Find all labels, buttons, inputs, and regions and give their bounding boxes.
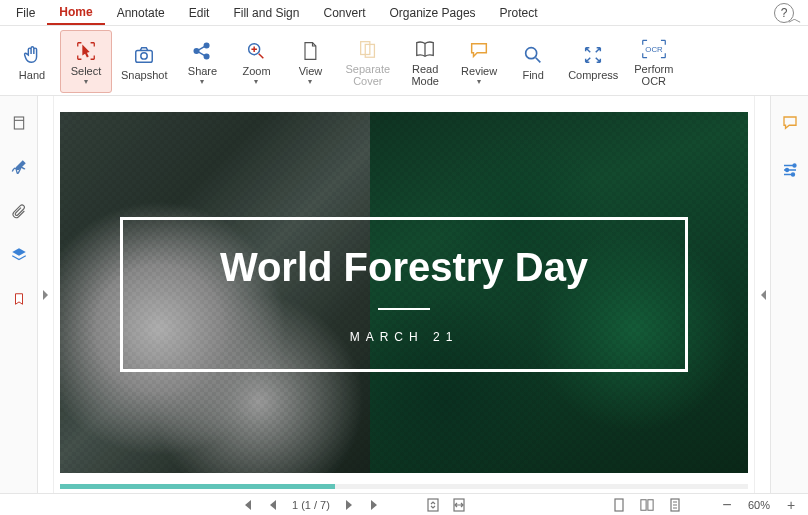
document-viewer[interactable]: World Forestry Day MARCH 21 [54,96,754,493]
svg-point-11 [793,164,796,167]
svg-rect-18 [648,499,653,510]
svg-rect-16 [615,499,623,511]
svg-point-13 [791,173,794,176]
perform-ocr-label: Perform OCR [634,63,673,87]
view-label: View [299,65,323,77]
signature-panel-icon[interactable] [10,158,28,176]
chevron-down-icon: ▾ [308,79,312,85]
pages-stack-icon [357,37,379,61]
separate-cover-label: Separate Cover [345,63,390,87]
document-title: World Forestry Day [220,245,588,290]
compress-tool[interactable]: Compress [561,30,625,93]
continuous-view-button[interactable] [668,498,682,512]
compress-label: Compress [568,69,618,81]
hand-icon [21,43,43,67]
svg-point-1 [141,52,147,58]
search-icon [522,43,544,67]
status-bar: 1 (1 / 7) − 60% + [0,493,808,515]
select-tool[interactable]: Select ▾ [60,30,112,93]
svg-text:OCR: OCR [645,45,663,54]
fit-page-button[interactable] [426,498,440,512]
menu-protect[interactable]: Protect [488,2,550,24]
review-tool[interactable]: Review ▾ [453,30,505,93]
zoom-tool[interactable]: Zoom ▾ [230,30,282,93]
layers-panel-icon[interactable] [10,246,28,264]
menu-fill-and-sign[interactable]: Fill and Sign [221,2,311,24]
chevron-down-icon: ▾ [254,79,258,85]
prev-page-button[interactable] [266,498,280,512]
svg-rect-14 [428,499,438,511]
document-subtitle: MARCH 21 [350,330,459,344]
left-panel-rail [0,96,38,493]
view-tool[interactable]: View ▾ [284,30,336,93]
two-page-view-button[interactable] [640,498,654,512]
next-page-button[interactable] [342,498,356,512]
zoom-out-button[interactable]: − [720,498,734,512]
page-indicator[interactable]: 1 (1 / 7) [292,499,330,511]
read-mode-label: Read Mode [411,63,439,87]
book-icon [414,37,436,61]
fit-width-button[interactable] [452,498,466,512]
zoom-label: Zoom [242,65,270,77]
snapshot-tool[interactable]: Snapshot [114,30,174,93]
collapse-ribbon-button[interactable]: ︿ [788,10,802,28]
right-panel-rail [770,96,808,493]
ocr-icon: OCR [641,37,667,61]
select-label: Select [71,65,102,77]
hand-tool[interactable]: Hand [6,30,58,93]
svg-point-12 [785,169,788,172]
camera-icon [133,43,155,67]
menu-bar: File Home Annotate Edit Fill and Sign Co… [0,0,808,26]
find-label: Find [522,69,543,81]
title-frame: World Forestry Day MARCH 21 [120,217,688,372]
first-page-button[interactable] [240,498,254,512]
menu-edit[interactable]: Edit [177,2,222,24]
title-divider [378,308,430,310]
menu-home[interactable]: Home [47,1,104,25]
find-tool[interactable]: Find [507,30,559,93]
last-page-button[interactable] [368,498,382,512]
menu-annotate[interactable]: Annotate [105,2,177,24]
separate-cover-tool[interactable]: Separate Cover [338,30,397,93]
pages-panel-icon[interactable] [10,114,28,132]
page-canvas: World Forestry Day MARCH 21 [60,112,748,473]
svg-rect-10 [14,117,23,129]
share-label: Share [188,65,217,77]
select-icon [75,39,97,63]
review-label: Review [461,65,497,77]
share-icon [191,39,213,63]
properties-panel-icon[interactable] [781,161,799,182]
single-page-view-button[interactable] [612,498,626,512]
svg-rect-17 [641,499,646,510]
chevron-down-icon: ▾ [477,79,481,85]
compress-icon [582,43,604,67]
page-icon [300,39,320,63]
zoom-level[interactable]: 60% [748,499,770,511]
read-mode-tool[interactable]: Read Mode [399,30,451,93]
snapshot-label: Snapshot [121,69,167,81]
expand-right-panel[interactable] [754,96,770,493]
expand-left-panel[interactable] [38,96,54,493]
scrollbar-thumb[interactable] [60,484,335,489]
chevron-down-icon: ▾ [200,79,204,85]
chevron-down-icon: ▾ [84,79,88,85]
ribbon-toolbar: Hand Select ▾ Snapshot Share ▾ Zoom ▾ Vi… [0,26,808,96]
menu-convert[interactable]: Convert [311,2,377,24]
bookmarks-panel-icon[interactable] [10,290,28,308]
menu-file[interactable]: File [4,2,47,24]
share-tool[interactable]: Share ▾ [176,30,228,93]
zoom-icon [245,39,267,63]
attachments-panel-icon[interactable] [10,202,28,220]
review-icon [468,39,490,63]
horizontal-scrollbar[interactable] [60,484,748,489]
perform-ocr-tool[interactable]: OCR Perform OCR [627,30,680,93]
svg-point-8 [526,47,537,58]
menu-organize-pages[interactable]: Organize Pages [378,2,488,24]
main-area: World Forestry Day MARCH 21 [0,96,808,493]
comment-panel-icon[interactable] [781,114,799,135]
hand-label: Hand [19,69,45,81]
zoom-in-button[interactable]: + [784,498,798,512]
